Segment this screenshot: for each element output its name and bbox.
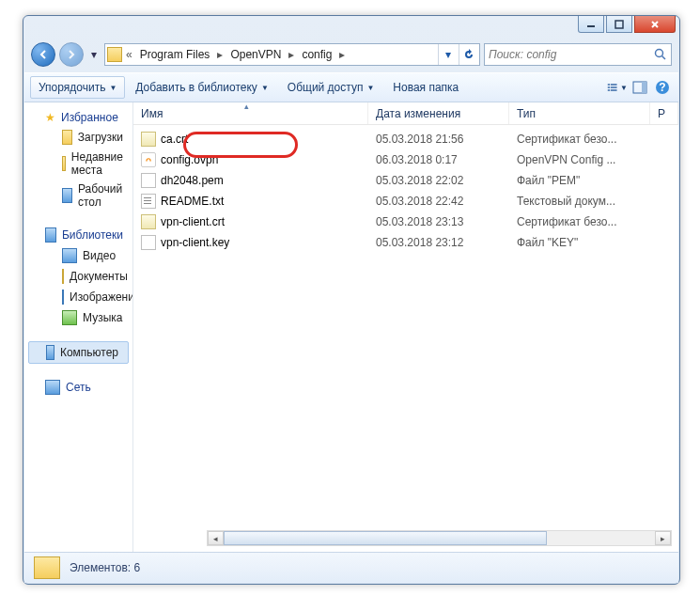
address-dropdown[interactable]: ▾ xyxy=(438,44,457,65)
help-button[interactable]: ? xyxy=(652,77,673,98)
network-icon xyxy=(45,380,60,395)
file-row[interactable]: ᴖconfig.ovpn 06.03.2018 0:17OpenVPN Conf… xyxy=(133,149,678,170)
horizontal-scrollbar[interactable]: ◂ ▸ xyxy=(207,530,672,546)
breadcrumb-root[interactable]: « xyxy=(124,48,134,61)
file-rows: ca.crt 05.03.2018 21:56Сертификат безо..… xyxy=(133,125,678,253)
navigation-bar: ▾ « Program Files ▸ OpenVPN ▸ config ▸ ▾… xyxy=(31,40,672,69)
text-file-icon xyxy=(141,194,156,209)
minimize-button[interactable] xyxy=(578,16,604,33)
svg-rect-8 xyxy=(608,86,610,88)
search-box[interactable]: Поиск: config xyxy=(484,43,672,66)
forward-button[interactable] xyxy=(59,42,84,67)
add-to-library-button[interactable]: Добавить в библиотеку▼ xyxy=(127,76,276,99)
scroll-right-button[interactable]: ▸ xyxy=(655,531,671,545)
file-row[interactable]: vpn-client.key 05.03.2018 23:12Файл "KEY… xyxy=(133,232,678,253)
nav-recent[interactable]: Недавние места xyxy=(24,148,132,180)
chevron-right-icon[interactable]: ▸ xyxy=(287,48,296,61)
file-row[interactable]: ca.crt 05.03.2018 21:56Сертификат безо..… xyxy=(133,129,678,149)
svg-rect-11 xyxy=(611,89,617,91)
organize-button[interactable]: Упорядочить▼ xyxy=(30,76,125,99)
desktop-icon xyxy=(62,188,72,203)
library-icon xyxy=(45,227,56,243)
recent-icon xyxy=(62,156,66,171)
nav-downloads[interactable]: Загрузки xyxy=(24,127,132,148)
breadcrumb-program-files[interactable]: Program Files xyxy=(136,48,214,61)
certificate-icon xyxy=(141,214,156,229)
svg-rect-7 xyxy=(611,84,617,86)
music-icon xyxy=(62,310,77,325)
folder-icon xyxy=(62,130,72,145)
status-bar: Элементов: 6 xyxy=(24,552,678,583)
libraries-header[interactable]: Библиотеки xyxy=(24,225,132,245)
folder-icon xyxy=(107,47,122,62)
search-placeholder: Поиск: config xyxy=(489,48,556,61)
svg-rect-13 xyxy=(642,82,646,93)
scroll-thumb[interactable] xyxy=(224,531,547,545)
file-list-pane: ▴ Имя Дата изменения Тип Р ca.crt 05.03.… xyxy=(133,102,678,552)
breadcrumb-openvpn[interactable]: OpenVPN xyxy=(226,48,285,61)
maximize-button[interactable] xyxy=(606,16,632,33)
chevron-right-icon[interactable]: ▸ xyxy=(337,48,347,61)
history-dropdown[interactable]: ▾ xyxy=(87,43,101,66)
scroll-left-button[interactable]: ◂ xyxy=(208,531,224,545)
svg-text:?: ? xyxy=(659,81,665,94)
column-date[interactable]: Дата изменения xyxy=(368,102,509,124)
body-area: ★Избранное Загрузки Недавние места Рабоч… xyxy=(24,102,678,552)
ovpn-icon: ᴖ xyxy=(141,152,156,167)
nav-pictures[interactable]: Изображения xyxy=(24,287,132,307)
nav-video[interactable]: Видео xyxy=(24,245,132,266)
svg-rect-10 xyxy=(608,89,610,91)
svg-point-4 xyxy=(656,50,663,57)
svg-rect-6 xyxy=(608,84,610,86)
column-headers: Имя Дата изменения Тип Р xyxy=(133,102,678,125)
scroll-track[interactable] xyxy=(224,531,655,545)
window-caption-buttons xyxy=(578,16,676,33)
column-type[interactable]: Тип xyxy=(509,102,650,124)
column-name[interactable]: Имя xyxy=(133,102,368,124)
computer-icon xyxy=(46,345,54,360)
file-row[interactable]: dh2048.pem 05.03.2018 22:02Файл "PEM" xyxy=(133,170,678,191)
command-bar: Упорядочить▼ Добавить в библиотеку▼ Общи… xyxy=(24,72,678,102)
breadcrumb-config[interactable]: config xyxy=(298,48,335,61)
search-icon xyxy=(654,48,667,61)
address-bar[interactable]: « Program Files ▸ OpenVPN ▸ config ▸ ▾ xyxy=(104,43,480,66)
svg-rect-9 xyxy=(611,86,617,88)
nav-desktop[interactable]: Рабочий стол xyxy=(24,180,132,212)
back-button[interactable] xyxy=(31,42,55,67)
explorer-window: ▾ « Program Files ▸ OpenVPN ▸ config ▸ ▾… xyxy=(23,15,680,585)
column-size[interactable]: Р xyxy=(650,102,678,124)
new-folder-button[interactable]: Новая папка xyxy=(384,76,467,99)
nav-documents[interactable]: Документы xyxy=(24,266,132,287)
preview-pane-button[interactable] xyxy=(630,77,650,98)
status-text: Элементов: 6 xyxy=(70,561,140,574)
nav-music[interactable]: Музыка xyxy=(24,307,132,328)
share-button[interactable]: Общий доступ▼ xyxy=(279,76,383,99)
folder-icon xyxy=(34,556,60,579)
pictures-icon xyxy=(62,290,64,305)
navigation-pane: ★Избранное Загрузки Недавние места Рабоч… xyxy=(24,102,133,552)
file-icon xyxy=(141,235,156,250)
svg-rect-1 xyxy=(615,21,623,28)
svg-line-5 xyxy=(662,56,666,60)
chevron-right-icon[interactable]: ▸ xyxy=(215,48,225,61)
nav-network[interactable]: Сеть xyxy=(24,377,132,398)
sort-indicator-icon: ▴ xyxy=(244,102,249,111)
close-button[interactable] xyxy=(634,16,676,33)
file-row[interactable]: README.txt 05.03.2018 22:42Текстовый док… xyxy=(133,191,678,212)
file-row[interactable]: vpn-client.crt 05.03.2018 23:13Сертифика… xyxy=(133,212,678,232)
nav-computer[interactable]: Компьютер xyxy=(28,341,129,364)
view-options-button[interactable]: ▼ xyxy=(607,77,628,98)
star-icon: ★ xyxy=(45,111,55,124)
certificate-icon xyxy=(141,132,156,147)
file-icon xyxy=(141,173,156,188)
favorites-header[interactable]: ★Избранное xyxy=(24,108,132,127)
refresh-button[interactable] xyxy=(459,44,477,65)
video-icon xyxy=(62,248,77,263)
document-icon xyxy=(62,269,64,284)
